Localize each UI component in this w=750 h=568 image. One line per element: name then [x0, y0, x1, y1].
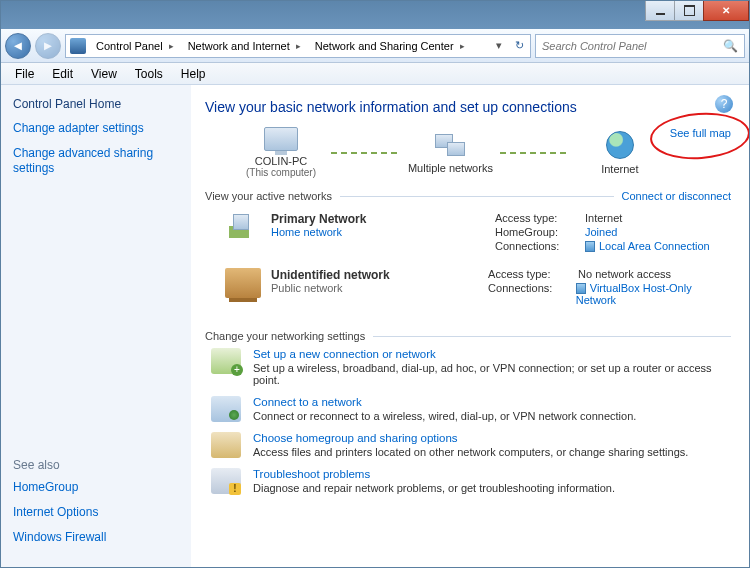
- prop-value: No network access: [578, 268, 671, 280]
- crumb-sharing-center[interactable]: Network and Sharing Center: [307, 35, 471, 57]
- task-homegroup[interactable]: Choose homegroup and sharing optionsAcce…: [211, 432, 731, 458]
- see-also-firewall[interactable]: Windows Firewall: [13, 530, 179, 545]
- sidebar-change-sharing[interactable]: Change advanced sharing settings: [13, 146, 179, 176]
- prop-value: Internet: [585, 212, 622, 224]
- crumb-network-internet[interactable]: Network and Internet: [180, 35, 307, 57]
- back-button[interactable]: ◄: [5, 33, 31, 59]
- search-box[interactable]: 🔍: [535, 34, 745, 58]
- sidebar-change-adapter[interactable]: Change adapter settings: [13, 121, 179, 136]
- refresh-button[interactable]: ↻: [508, 39, 530, 52]
- minimize-button[interactable]: [645, 1, 675, 21]
- computer-icon: [264, 127, 298, 151]
- task-title: Choose homegroup and sharing options: [253, 432, 688, 444]
- network-name: Primary Network: [271, 212, 366, 226]
- task-title: Troubleshoot problems: [253, 468, 615, 480]
- task-troubleshoot[interactable]: Troubleshoot problemsDiagnose and repair…: [211, 468, 731, 494]
- prop-key: Access type:: [488, 268, 578, 280]
- menu-bar: File Edit View Tools Help: [1, 63, 749, 85]
- task-title: Set up a new connection or network: [253, 348, 731, 360]
- map-node3-label: Internet: [601, 163, 638, 175]
- main-content: ? View your basic network information an…: [191, 85, 749, 567]
- connection-link[interactable]: Local Area Connection: [585, 240, 710, 252]
- map-node2-label: Multiple networks: [408, 162, 493, 174]
- map-node-this-pc[interactable]: COLIN-PC (This computer): [235, 127, 327, 178]
- homegroup-icon: [211, 432, 241, 458]
- task-connect-network[interactable]: Connect to a networkConnect or reconnect…: [211, 396, 731, 422]
- control-panel-home-link[interactable]: Control Panel Home: [13, 97, 179, 111]
- public-network-icon: [225, 268, 261, 298]
- help-icon[interactable]: ?: [715, 95, 733, 113]
- left-sidebar: Control Panel Home Change adapter settin…: [1, 85, 191, 567]
- task-desc: Diagnose and repair network problems, or…: [253, 482, 615, 494]
- task-setup-connection[interactable]: Set up a new connection or networkSet up…: [211, 348, 731, 386]
- nic-icon: [585, 241, 595, 252]
- task-desc: Connect or reconnect to a wireless, wire…: [253, 410, 636, 422]
- change-settings-label: Change your networking settings: [205, 330, 365, 342]
- map-node-networks[interactable]: Multiple networks: [404, 132, 496, 174]
- see-full-map-link[interactable]: See full map: [670, 127, 731, 139]
- nav-toolbar: ◄ ► Control Panel Network and Internet N…: [1, 29, 749, 63]
- menu-tools[interactable]: Tools: [127, 65, 171, 83]
- setup-icon: [211, 348, 241, 374]
- crumb-control-panel[interactable]: Control Panel: [88, 35, 180, 57]
- map-node1-label: COLIN-PC: [255, 155, 308, 167]
- menu-edit[interactable]: Edit: [44, 65, 81, 83]
- location-icon: [70, 38, 86, 54]
- connect-icon: [211, 396, 241, 422]
- close-button[interactable]: [703, 1, 749, 21]
- map-node1-sub: (This computer): [246, 167, 316, 178]
- prop-key: Connections:: [488, 282, 576, 306]
- map-connector: [500, 152, 569, 154]
- network-row-unidentified: Unidentified network Public network Acce…: [205, 264, 731, 318]
- network-row-primary: Primary Network Home network Access type…: [205, 208, 731, 264]
- maximize-button[interactable]: [674, 1, 704, 21]
- active-networks-label: View your active networks: [205, 190, 332, 202]
- map-node-internet[interactable]: Internet: [574, 131, 666, 175]
- menu-file[interactable]: File: [7, 65, 42, 83]
- nic-icon: [576, 283, 586, 294]
- home-network-icon: [225, 212, 261, 242]
- network-type-label: Public network: [271, 282, 390, 294]
- task-desc: Access files and printers located on oth…: [253, 446, 688, 458]
- network-name: Unidentified network: [271, 268, 390, 282]
- network-type-link[interactable]: Home network: [271, 226, 366, 238]
- connect-disconnect-link[interactable]: Connect or disconnect: [622, 190, 731, 202]
- connection-link[interactable]: VirtualBox Host-Only Network: [576, 282, 731, 306]
- search-icon[interactable]: 🔍: [723, 39, 738, 53]
- prop-key: Connections:: [495, 240, 585, 252]
- prop-key: HomeGroup:: [495, 226, 585, 238]
- task-title: Connect to a network: [253, 396, 636, 408]
- menu-help[interactable]: Help: [173, 65, 214, 83]
- globe-icon: [606, 131, 634, 159]
- see-also-label: See also: [13, 458, 179, 472]
- menu-view[interactable]: View: [83, 65, 125, 83]
- network-map: COLIN-PC (This computer) Multiple networ…: [235, 127, 731, 178]
- map-connector: [331, 152, 400, 154]
- see-also-internet-options[interactable]: Internet Options: [13, 505, 179, 520]
- address-dropdown-icon[interactable]: ▾: [490, 39, 508, 52]
- address-breadcrumb[interactable]: Control Panel Network and Internet Netwo…: [65, 34, 531, 58]
- multi-network-icon: [433, 132, 467, 158]
- prop-key: Access type:: [495, 212, 585, 224]
- troubleshoot-icon: [211, 468, 241, 494]
- task-desc: Set up a wireless, broadband, dial-up, a…: [253, 362, 731, 386]
- forward-button[interactable]: ►: [35, 33, 61, 59]
- homegroup-link[interactable]: Joined: [585, 226, 617, 238]
- window-titlebar: [1, 1, 749, 29]
- see-also-homegroup[interactable]: HomeGroup: [13, 480, 179, 495]
- search-input[interactable]: [542, 40, 723, 52]
- page-heading: View your basic network information and …: [205, 99, 731, 115]
